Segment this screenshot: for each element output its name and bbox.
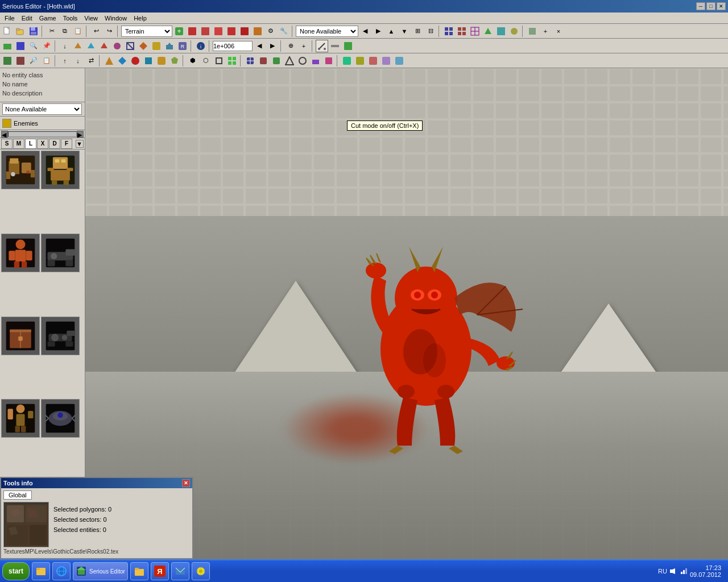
row2-btn-8[interactable] [111,40,123,52]
row3-extra-4[interactable] [226,55,238,67]
crosshair-btn[interactable]: ⊕ [284,40,297,52]
add-terrain-btn[interactable]: + [173,25,185,38]
close-button[interactable]: ✕ [717,2,726,10]
menu-tools[interactable]: Tools [60,14,81,23]
taskbar-serious-editor[interactable]: Serious Editor [73,562,128,580]
row3-extra-7[interactable] [270,55,283,67]
terrain-dropdown[interactable]: Terrain [121,26,172,37]
start-button[interactable]: start [2,562,30,580]
red-btn-1[interactable] [186,25,198,38]
row2-btn-10[interactable] [137,40,150,52]
red-btn-4[interactable] [225,25,238,38]
browser-scrollbar[interactable] [8,131,77,137]
menu-help[interactable]: Help [130,14,150,23]
red-btn-2[interactable] [199,25,212,38]
size-tab-l[interactable]: L [25,139,36,149]
row2-btn-14[interactable]: i [195,40,207,52]
row3-extra-5[interactable] [244,55,257,67]
minimize-button[interactable]: ─ [696,2,705,10]
scroll-right-btn[interactable]: ▶ [77,131,84,138]
row3-shape-1[interactable] [103,55,115,67]
entity-item-cannon2[interactable] [41,317,80,355]
taskbar-explorer[interactable] [32,562,50,580]
row3-extra-6[interactable] [257,55,270,67]
grid-btn-2[interactable] [456,25,468,38]
none-available-dropdown[interactable]: None Available [296,26,358,37]
row3-shape-3[interactable] [129,55,142,67]
cut-button[interactable]: ✂ [46,25,58,38]
row3-extra-8[interactable] [283,55,296,67]
taskbar-email[interactable] [171,562,189,580]
menu-file[interactable]: File [1,14,18,23]
row3-extra-2[interactable]: ⬡ [200,55,212,67]
row3-extra-1[interactable]: ⬢ [187,55,199,67]
row2-btn-3[interactable]: 🔍 [27,40,40,52]
red-btn-5[interactable] [238,25,251,38]
size-tab-s[interactable]: S [1,139,13,149]
row3-extra-3[interactable] [213,55,225,67]
toggle-btn-2[interactable] [342,40,354,52]
size-tab-f[interactable]: F [61,139,72,149]
row3-extra-16[interactable] [393,55,406,67]
open-button[interactable] [14,25,27,38]
row2-btn-2[interactable] [14,40,27,52]
row3-extra-14[interactable] [367,55,379,67]
row3-btn-2[interactable] [14,55,27,67]
row2-btn-13[interactable]: R [176,40,189,52]
undo-button[interactable]: ↩ [90,25,102,38]
vp-btn-6[interactable]: ⊟ [424,25,437,38]
grid-btn-6[interactable] [508,25,520,38]
plus-btn[interactable]: + [297,40,310,52]
row3-extra-10[interactable] [309,55,322,67]
taskbar-browser[interactable] [52,562,71,580]
menu-edit[interactable]: Edit [18,14,36,23]
row3-btn-4[interactable]: 📋 [40,55,53,67]
menu-view[interactable]: View [81,14,101,23]
orange-btn[interactable] [251,25,264,38]
row2-btn-11[interactable] [150,40,163,52]
row3-shape-4[interactable] [142,55,155,67]
paste-button[interactable]: 📋 [72,25,84,38]
entity-item-mech[interactable] [41,151,80,189]
size-tab-d[interactable]: D [49,139,60,149]
size-tab-x[interactable]: X [37,139,48,149]
extra-btn-1[interactable] [526,25,539,38]
vp-btn-4[interactable]: ▼ [398,25,411,38]
row2-btn-4[interactable]: 📌 [40,40,53,52]
row3-shape-6[interactable] [168,55,181,67]
tools-info-close-button[interactable]: ✕ [182,479,190,487]
extra-btn-2[interactable]: + [539,25,552,38]
row2-btn-12[interactable] [163,40,176,52]
row3-btn-3[interactable]: 🔎 [27,55,40,67]
value-input[interactable] [213,41,253,51]
taskbar-yandex[interactable]: Я [151,562,169,580]
row3-btn-1[interactable] [1,55,14,67]
scroll-left-btn[interactable]: ◀ [1,131,8,138]
entity-item-drone[interactable] [41,399,80,438]
val-minus[interactable]: ◀ [253,40,266,52]
vp-btn-2[interactable]: ▶ [372,25,384,38]
row2-btn-9[interactable] [124,40,136,52]
vp-btn-5[interactable]: ⊞ [411,25,424,38]
entity-item-humanoid[interactable] [1,234,40,272]
val-plus[interactable]: ▶ [266,40,279,52]
copy-button[interactable]: ⧉ [59,25,71,38]
tool-btn-1[interactable]: ⚙ [264,25,277,38]
row3-btn-5[interactable]: ↑ [59,55,71,67]
menu-window[interactable]: Window [101,14,130,23]
maximize-button[interactable]: □ [706,2,715,10]
row2-btn-1[interactable] [1,40,14,52]
row2-btn-5[interactable] [72,40,84,52]
grid-btn-5[interactable] [495,25,507,38]
row3-shape-5[interactable] [155,55,168,67]
entity-item-cannon[interactable] [41,234,80,272]
grid-btn-1[interactable] [442,25,455,38]
menu-game[interactable]: Game [36,14,60,23]
new-button[interactable] [1,25,14,38]
entity-class-dropdown[interactable]: None Available [2,103,82,115]
redo-button[interactable]: ↪ [103,25,115,38]
taskbar-settings[interactable] [192,562,210,580]
tool-btn-2[interactable]: 🔧 [278,25,290,38]
row3-shape-2[interactable] [116,55,129,67]
vp-btn-1[interactable]: ◀ [359,25,371,38]
